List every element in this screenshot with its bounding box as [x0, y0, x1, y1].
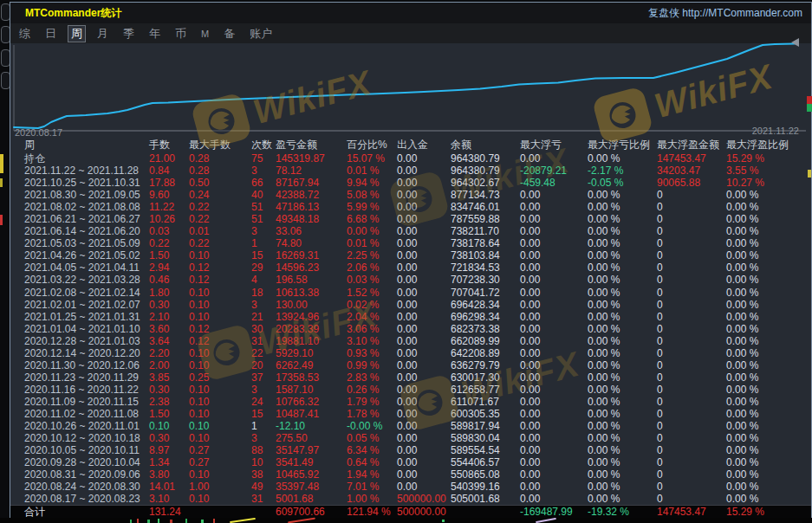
cell: 0.00 [520, 456, 588, 468]
table-row[interactable]: 2020.11.16 ~ 2020.11.220.300.1031587.100… [10, 384, 811, 396]
cell: 1.00 [189, 481, 251, 493]
menu-tab-日[interactable]: 日 [42, 25, 60, 42]
cell: 0.00 % [726, 335, 811, 347]
cell: 0.22 [189, 213, 251, 225]
cell: 0.00 % [726, 432, 811, 444]
cell: 0.00 [520, 249, 588, 262]
table-row[interactable]: 2020.08.31 ~ 2020.09.063.800.103810465.9… [10, 468, 811, 481]
table-row[interactable]: 2021.04.26 ~ 2021.05.021.500.101516269.3… [10, 249, 811, 262]
cell: 4 [251, 274, 276, 286]
table-row[interactable]: 2020.11.02 ~ 2020.11.081.500.101510487.4… [10, 408, 811, 420]
table-row[interactable]: 2021.04.05 ~ 2021.04.112.940.122914596.2… [10, 262, 811, 274]
cell: 3.80 [149, 468, 189, 481]
table-row[interactable]: 2021.05.03 ~ 2021.05.090.220.22174.800.0… [10, 237, 811, 249]
cell: 3.60 [149, 323, 189, 335]
column-header[interactable]: 最大浮亏 [520, 138, 588, 152]
table-row[interactable]: 2020.10.05 ~ 2020.10.118.970.278835147.9… [10, 444, 811, 456]
cell: 3541.49 [276, 456, 347, 468]
menu-tab-账户[interactable]: 账户 [246, 25, 276, 42]
menu-tab-备[interactable]: 备 [220, 25, 238, 42]
column-header[interactable]: 最大浮亏比例 [588, 138, 657, 152]
cell: 0.00 % [588, 189, 657, 201]
cell: 0 [657, 493, 726, 505]
cell: 0.00 % [588, 225, 657, 237]
table-row[interactable]: 2020.11.30 ~ 2020.12.062.000.10206262.49… [10, 359, 811, 371]
cell: 0.10 [189, 359, 251, 371]
table-row[interactable]: 2021.10.25 ~ 2021.10.3117.880.506687167.… [10, 177, 811, 189]
table-row[interactable]: 2021.08.02 ~ 2021.08.0811.220.225147186.… [10, 201, 811, 213]
background-fragment [0, 215, 3, 225]
menu-tab-季[interactable]: 季 [120, 25, 138, 42]
table-row[interactable]: 2021.08.30 ~ 2021.09.059.600.244042388.7… [10, 189, 811, 201]
cell: 0.00 [520, 384, 588, 396]
table-row[interactable]: 2021.02.08 ~ 2021.02.141.800.101810613.3… [10, 287, 811, 299]
cell: 0.00 % [588, 359, 657, 371]
cell: 0.22 [189, 201, 251, 213]
cell: 147453.47 [657, 506, 726, 518]
cell: 0.00 [397, 262, 451, 274]
cell: 0.00 % [726, 189, 811, 201]
cell: 3.55 % [726, 165, 811, 177]
table-row[interactable]: 2021.06.14 ~ 2021.06.200.030.01333.060.0… [10, 225, 811, 237]
cell: 738211.70 [451, 225, 520, 237]
table-row[interactable]: 2020.11.23 ~ 2020.11.293.850.253717358.5… [10, 371, 811, 384]
cell: 609700.66 [276, 506, 347, 518]
cell: 0 [657, 396, 726, 408]
table-row[interactable]: 2021.01.04 ~ 2021.01.103.600.123020283.3… [10, 323, 811, 335]
table-row[interactable]: 2020.12.14 ~ 2020.12.202.200.10225929.10… [10, 347, 811, 359]
cell: 2.06 % [347, 262, 397, 274]
column-header[interactable]: 手数 [149, 138, 189, 152]
table-row[interactable]: 2020.10.26 ~ 2020.11.010.100.101-12.10-0… [10, 420, 811, 432]
cell: 0.12 [189, 262, 251, 274]
table-row[interactable]: 2021.06.21 ~ 2021.06.2710.260.225149348.… [10, 213, 811, 225]
menu-tab-月[interactable]: 月 [94, 25, 112, 42]
brand-link[interactable]: 复盘侠 http://MTCommander.com [648, 6, 811, 21]
column-header[interactable]: 最大手数 [189, 138, 251, 152]
cell: 15.07 % [347, 152, 397, 165]
menu-tab-币[interactable]: 币 [172, 25, 190, 42]
table-row[interactable]: 2020.12.28 ~ 2021.01.033.640.123119881.1… [10, 335, 811, 347]
cell: 0.26 % [347, 384, 397, 396]
column-header[interactable]: 余额 [451, 138, 520, 152]
table-row[interactable]: 2020.09.28 ~ 2020.10.041.340.27103541.49… [10, 456, 811, 468]
column-header[interactable]: 周 [24, 138, 149, 152]
cell: 0.00 % [726, 347, 811, 359]
table-row[interactable]: 持仓21.000.2875145319.8715.07 %0.00964380.… [10, 152, 811, 165]
cell: 0.00 [520, 420, 588, 432]
table-row[interactable]: 2020.08.24 ~ 2020.08.3014.011.004935397.… [10, 481, 811, 493]
cell: 0 [657, 311, 726, 323]
cell: 0.00 [520, 189, 588, 201]
cell: 0.12 [189, 274, 251, 286]
table-row[interactable]: 2021.01.25 ~ 2021.01.312.100.102113924.9… [10, 311, 811, 323]
cell: 8.97 [149, 444, 189, 456]
cell: 787559.88 [451, 213, 520, 225]
title-bar[interactable]: MTCommander统计 复盘侠 http://MTCommander.com [10, 3, 811, 23]
menu-tab-年[interactable]: 年 [146, 25, 164, 42]
cell: 1.50 [149, 408, 189, 420]
table-row[interactable]: 2021.02.01 ~ 2021.02.070.300.103130.000.… [10, 299, 811, 311]
cell: 2.25 % [347, 249, 397, 262]
cell: 10613.38 [276, 287, 347, 299]
menu-tab-M[interactable]: M [198, 28, 212, 40]
cell: 9.94 % [347, 177, 397, 189]
table-row[interactable]: 2021.11.22 ~ 2021.11.280.840.28378.120.0… [10, 165, 811, 177]
table-row[interactable]: 2020.10.12 ~ 2020.10.180.300.103275.500.… [10, 432, 811, 444]
cell: 2021.02.01 ~ 2021.02.07 [24, 299, 149, 311]
menu-tab-综[interactable]: 综 [16, 25, 34, 42]
cell: 0.00 % [588, 371, 657, 384]
table-row[interactable]: 2020.08.17 ~ 2020.08.233.100.10315001.68… [10, 493, 811, 505]
cell: 0.00 [397, 189, 451, 201]
table-row[interactable]: 2020.11.09 ~ 2020.11.152.380.102410766.3… [10, 396, 811, 408]
column-header[interactable]: 出入金 [397, 138, 451, 152]
column-header[interactable]: 盈亏金额 [276, 138, 347, 152]
cell: 0.00 [397, 481, 451, 493]
table-row[interactable]: 2021.03.22 ~ 2021.03.280.460.124196.580.… [10, 274, 811, 286]
cell: 0.00 [397, 384, 451, 396]
column-header[interactable]: 百分比% [347, 138, 397, 152]
cell: 0 [657, 249, 726, 262]
menu-tab-周[interactable]: 周 [68, 25, 86, 42]
column-header[interactable]: 次数 [251, 138, 276, 152]
cell: 696298.34 [451, 311, 520, 323]
column-header[interactable]: 最大浮盈金额 [657, 138, 726, 152]
column-header[interactable]: 最大浮盈比例 [726, 138, 811, 152]
